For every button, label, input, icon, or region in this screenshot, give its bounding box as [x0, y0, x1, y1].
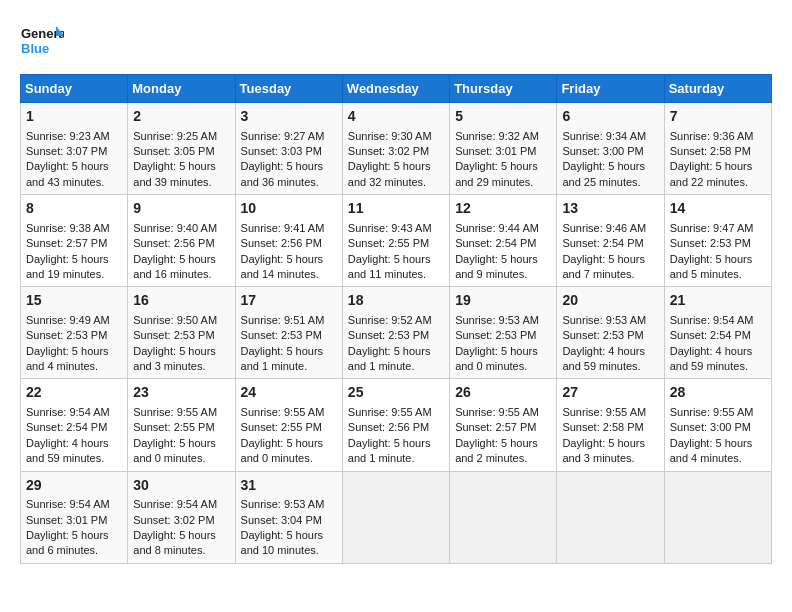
day-number: 9	[133, 199, 229, 219]
calendar-cell: 23Sunrise: 9:55 AMSunset: 2:55 PMDayligh…	[128, 379, 235, 471]
sunrise: Sunrise: 9:54 AM	[133, 498, 217, 510]
sunrise: Sunrise: 9:52 AM	[348, 314, 432, 326]
calendar-header-row: SundayMondayTuesdayWednesdayThursdayFrid…	[21, 75, 772, 103]
sunrise: Sunrise: 9:30 AM	[348, 130, 432, 142]
calendar-cell: 16Sunrise: 9:50 AMSunset: 2:53 PMDayligh…	[128, 287, 235, 379]
sunrise: Sunrise: 9:51 AM	[241, 314, 325, 326]
daylight-label: Daylight: 5 hours and 39 minutes.	[133, 160, 216, 187]
sunrise: Sunrise: 9:38 AM	[26, 222, 110, 234]
sunset: Sunset: 2:53 PM	[133, 329, 214, 341]
sunrise: Sunrise: 9:36 AM	[670, 130, 754, 142]
day-number: 29	[26, 476, 122, 496]
day-number: 15	[26, 291, 122, 311]
calendar-cell	[664, 471, 771, 563]
header-wednesday: Wednesday	[342, 75, 449, 103]
sunset: Sunset: 2:53 PM	[241, 329, 322, 341]
sunset: Sunset: 2:58 PM	[670, 145, 751, 157]
day-number: 12	[455, 199, 551, 219]
daylight-label: Daylight: 4 hours and 59 minutes.	[670, 345, 753, 372]
logo-icon: General Blue	[20, 20, 64, 64]
sunset: Sunset: 3:04 PM	[241, 514, 322, 526]
calendar-cell: 12Sunrise: 9:44 AMSunset: 2:54 PMDayligh…	[450, 195, 557, 287]
header-friday: Friday	[557, 75, 664, 103]
sunrise: Sunrise: 9:44 AM	[455, 222, 539, 234]
daylight-label: Daylight: 5 hours and 14 minutes.	[241, 253, 324, 280]
sunset: Sunset: 3:00 PM	[670, 421, 751, 433]
day-number: 23	[133, 383, 229, 403]
daylight-label: Daylight: 5 hours and 0 minutes.	[455, 345, 538, 372]
calendar-cell: 3Sunrise: 9:27 AMSunset: 3:03 PMDaylight…	[235, 103, 342, 195]
day-number: 26	[455, 383, 551, 403]
calendar-week-5: 29Sunrise: 9:54 AMSunset: 3:01 PMDayligh…	[21, 471, 772, 563]
calendar-cell: 4Sunrise: 9:30 AMSunset: 3:02 PMDaylight…	[342, 103, 449, 195]
calendar-table: SundayMondayTuesdayWednesdayThursdayFrid…	[20, 74, 772, 564]
calendar-cell: 11Sunrise: 9:43 AMSunset: 2:55 PMDayligh…	[342, 195, 449, 287]
sunrise: Sunrise: 9:54 AM	[26, 406, 110, 418]
header-monday: Monday	[128, 75, 235, 103]
sunset: Sunset: 2:53 PM	[670, 237, 751, 249]
sunset: Sunset: 2:53 PM	[348, 329, 429, 341]
header-sunday: Sunday	[21, 75, 128, 103]
calendar-cell: 30Sunrise: 9:54 AMSunset: 3:02 PMDayligh…	[128, 471, 235, 563]
calendar-cell: 19Sunrise: 9:53 AMSunset: 2:53 PMDayligh…	[450, 287, 557, 379]
sunset: Sunset: 2:57 PM	[455, 421, 536, 433]
daylight-label: Daylight: 5 hours and 1 minute.	[348, 345, 431, 372]
day-number: 1	[26, 107, 122, 127]
sunset: Sunset: 3:02 PM	[348, 145, 429, 157]
day-number: 24	[241, 383, 337, 403]
sunset: Sunset: 2:56 PM	[348, 421, 429, 433]
daylight-label: Daylight: 5 hours and 0 minutes.	[133, 437, 216, 464]
daylight-label: Daylight: 5 hours and 43 minutes.	[26, 160, 109, 187]
calendar-week-4: 22Sunrise: 9:54 AMSunset: 2:54 PMDayligh…	[21, 379, 772, 471]
calendar-cell: 7Sunrise: 9:36 AMSunset: 2:58 PMDaylight…	[664, 103, 771, 195]
daylight-label: Daylight: 5 hours and 9 minutes.	[455, 253, 538, 280]
daylight-label: Daylight: 5 hours and 7 minutes.	[562, 253, 645, 280]
sunrise: Sunrise: 9:41 AM	[241, 222, 325, 234]
sunset: Sunset: 2:55 PM	[133, 421, 214, 433]
sunset: Sunset: 2:53 PM	[26, 329, 107, 341]
sunrise: Sunrise: 9:23 AM	[26, 130, 110, 142]
sunrise: Sunrise: 9:55 AM	[455, 406, 539, 418]
calendar-cell	[557, 471, 664, 563]
header-saturday: Saturday	[664, 75, 771, 103]
sunrise: Sunrise: 9:50 AM	[133, 314, 217, 326]
daylight-label: Daylight: 5 hours and 4 minutes.	[26, 345, 109, 372]
calendar-cell: 31Sunrise: 9:53 AMSunset: 3:04 PMDayligh…	[235, 471, 342, 563]
calendar-cell: 22Sunrise: 9:54 AMSunset: 2:54 PMDayligh…	[21, 379, 128, 471]
sunrise: Sunrise: 9:55 AM	[241, 406, 325, 418]
sunset: Sunset: 2:54 PM	[562, 237, 643, 249]
page-header: General Blue	[20, 20, 772, 64]
calendar-cell: 17Sunrise: 9:51 AMSunset: 2:53 PMDayligh…	[235, 287, 342, 379]
sunset: Sunset: 3:00 PM	[562, 145, 643, 157]
calendar-week-1: 1Sunrise: 9:23 AMSunset: 3:07 PMDaylight…	[21, 103, 772, 195]
day-number: 31	[241, 476, 337, 496]
calendar-cell: 8Sunrise: 9:38 AMSunset: 2:57 PMDaylight…	[21, 195, 128, 287]
sunrise: Sunrise: 9:40 AM	[133, 222, 217, 234]
calendar-cell: 24Sunrise: 9:55 AMSunset: 2:55 PMDayligh…	[235, 379, 342, 471]
sunset: Sunset: 2:54 PM	[455, 237, 536, 249]
day-number: 13	[562, 199, 658, 219]
sunset: Sunset: 2:53 PM	[562, 329, 643, 341]
day-number: 5	[455, 107, 551, 127]
sunset: Sunset: 3:03 PM	[241, 145, 322, 157]
sunset: Sunset: 2:55 PM	[241, 421, 322, 433]
sunrise: Sunrise: 9:53 AM	[562, 314, 646, 326]
sunrise: Sunrise: 9:49 AM	[26, 314, 110, 326]
daylight-label: Daylight: 5 hours and 5 minutes.	[670, 253, 753, 280]
day-number: 3	[241, 107, 337, 127]
calendar-cell	[450, 471, 557, 563]
sunset: Sunset: 2:54 PM	[670, 329, 751, 341]
sunrise: Sunrise: 9:43 AM	[348, 222, 432, 234]
sunset: Sunset: 3:07 PM	[26, 145, 107, 157]
calendar-week-3: 15Sunrise: 9:49 AMSunset: 2:53 PMDayligh…	[21, 287, 772, 379]
daylight-label: Daylight: 5 hours and 25 minutes.	[562, 160, 645, 187]
calendar-cell: 13Sunrise: 9:46 AMSunset: 2:54 PMDayligh…	[557, 195, 664, 287]
sunset: Sunset: 2:56 PM	[133, 237, 214, 249]
day-number: 19	[455, 291, 551, 311]
daylight-label: Daylight: 5 hours and 1 minute.	[348, 437, 431, 464]
day-number: 21	[670, 291, 766, 311]
calendar-cell: 20Sunrise: 9:53 AMSunset: 2:53 PMDayligh…	[557, 287, 664, 379]
calendar-cell: 5Sunrise: 9:32 AMSunset: 3:01 PMDaylight…	[450, 103, 557, 195]
day-number: 28	[670, 383, 766, 403]
day-number: 27	[562, 383, 658, 403]
